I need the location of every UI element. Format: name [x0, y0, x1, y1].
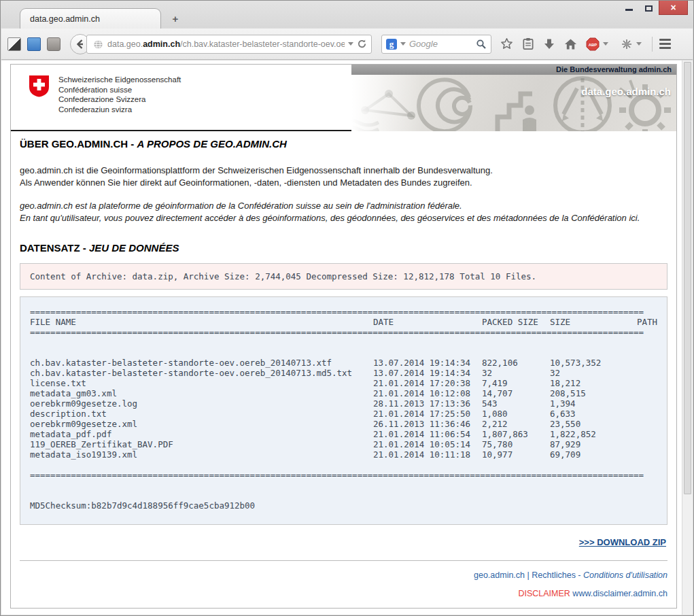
home-icon[interactable]	[564, 38, 577, 50]
navigation-toolbar: data.geo.admin.ch/ch.bav.kataster-belast…	[1, 29, 693, 60]
cell-name: oerebkrm09gesetze.xml	[30, 419, 373, 429]
table-row: metadata_pdf.pdf21.01.2014 11:06:541,807…	[30, 429, 657, 439]
cell-name: license.txt	[30, 378, 373, 388]
cell-packed: 1,080	[482, 409, 550, 419]
cell-path	[626, 419, 657, 429]
rechtliches-link[interactable]: Rechtliches	[532, 570, 576, 580]
browser-tab[interactable]: data.geo.admin.ch	[20, 8, 161, 29]
table-row: metadata_iso19139.xml21.01.2014 10:11:18…	[30, 449, 657, 460]
table-row: ch.bav.kataster-belasteter-standorte-oev…	[30, 358, 657, 368]
bookmarks-panel-icon[interactable]	[522, 37, 534, 50]
cell-path	[626, 449, 657, 460]
cell-path	[626, 378, 657, 388]
cell-path	[626, 358, 657, 368]
close-button[interactable]: ×	[659, 1, 688, 15]
cell-date: 21.01.2014 10:05:14	[373, 439, 482, 449]
table-row: description.txt21.01.2014 17:25:501,0806…	[30, 409, 657, 419]
disclaimer-line: DISCLAIMER www.disclaimer.admin.ch	[20, 589, 667, 598]
cell-name: metadata_gm03.xml	[30, 388, 373, 398]
minimize-button[interactable]	[619, 1, 639, 14]
menu-icon[interactable]	[659, 39, 671, 49]
scrollbar-thumb[interactable]	[684, 62, 691, 494]
addon-window-icon[interactable]	[27, 37, 41, 51]
table-row: metadata_gm03.xml21.01.2014 10:12:0814,7…	[30, 388, 657, 398]
col-packed-size: PACKED SIZE	[482, 317, 550, 327]
archive-listing-box: ========================================…	[20, 296, 667, 525]
search-icon[interactable]	[476, 39, 487, 50]
confederation-name: Schweizerische Eidgenossenschaft Confédé…	[58, 75, 181, 114]
md5-checksum: MD5Checksum:b82b7d9c4d188956ff9cae5cba91…	[30, 500, 657, 511]
cell-name: ch.bav.kataster-belasteter-standorte-oev…	[30, 358, 373, 368]
cell-size: 23,550	[550, 419, 626, 429]
reload-icon[interactable]	[357, 39, 367, 49]
cell-path	[626, 429, 657, 439]
archive-summary-box: Content of Archive: data.zip, Archive Si…	[20, 263, 667, 290]
titlebar: data.geo.admin.ch + ×	[1, 1, 693, 28]
adblock-button[interactable]: ABP	[586, 37, 612, 51]
cell-packed: 75,780	[482, 439, 550, 449]
disclaimer-link[interactable]: www.disclaimer.admin.ch	[572, 589, 667, 598]
separator-line: ========================================…	[30, 327, 657, 337]
conditions-link[interactable]: Conditions d'utilisation	[583, 570, 667, 580]
url-history-dropdown-icon[interactable]	[348, 42, 353, 46]
cell-size: 1,822,852	[550, 429, 626, 439]
separator-line: ========================================…	[30, 470, 657, 480]
cell-date: 21.01.2014 10:12:08	[373, 388, 482, 398]
header-banner-block: Die Bundesverwaltung admin.ch	[351, 65, 676, 131]
cell-size: 69,709	[550, 449, 626, 460]
globe-icon	[93, 39, 103, 50]
new-tab-button[interactable]: +	[167, 12, 184, 27]
addon-archive-icon[interactable]	[47, 37, 60, 51]
cell-path	[626, 439, 657, 449]
cell-packed: 14,707	[482, 388, 550, 398]
geo-admin-link[interactable]: geo.admin.ch	[474, 570, 525, 580]
google-favicon: g	[386, 39, 397, 50]
cell-path	[626, 409, 657, 419]
bookmark-star-icon[interactable]	[500, 37, 513, 50]
svg-text:ABP: ABP	[589, 43, 597, 47]
download-zip-link[interactable]: >>> DOWNLOAD ZIP	[579, 537, 666, 547]
toolbar-overflow-dropdown-icon[interactable]	[636, 42, 642, 46]
cell-name: metadata_pdf.pdf	[30, 429, 373, 439]
maximize-button[interactable]	[639, 1, 659, 14]
downloads-icon[interactable]	[543, 38, 555, 50]
url-bar[interactable]: data.geo.admin.ch/ch.bav.kataster-belast…	[86, 35, 372, 54]
disclaimer-label: DISCLAIMER	[518, 589, 570, 598]
admin-bar-link[interactable]: Die Bundesverwaltung admin.ch	[351, 65, 676, 75]
swiss-confederation-logo[interactable]: Schweizerische Eidgenossenschaft Confédé…	[29, 75, 181, 114]
cell-packed: 543	[482, 398, 550, 409]
adblock-dropdown-icon[interactable]	[603, 42, 608, 46]
page-content: ÜBER GEO.ADMIN.CH - A PROPOS DE GEO.ADMI…	[11, 138, 676, 598]
col-date: DATE	[373, 317, 482, 327]
swiss-shield-icon	[29, 75, 50, 97]
cell-name: description.txt	[30, 409, 373, 419]
cell-packed: 2,212	[482, 419, 550, 429]
search-bar[interactable]: g Google	[381, 35, 491, 54]
page-container: Schweizerische Eidgenossenschaft Confédé…	[10, 64, 677, 609]
adblock-icon: ABP	[586, 37, 600, 51]
dataset-heading: DATENSATZ - JEU DE DONNÉES	[20, 242, 667, 254]
addon-image-icon[interactable]	[7, 37, 21, 51]
cell-packed: 1,807,863	[482, 429, 550, 439]
search-input[interactable]: Google	[409, 39, 476, 49]
cell-size: 87,929	[550, 439, 626, 449]
cell-path	[626, 368, 657, 378]
about-paragraph-de: geo.admin.ch ist die Geoinformationsplat…	[20, 165, 667, 189]
vertical-scrollbar[interactable]	[682, 61, 693, 615]
url-text[interactable]: data.geo.admin.ch/ch.bav.kataster-belast…	[107, 39, 345, 49]
search-engine-dropdown-icon[interactable]	[400, 42, 406, 46]
browser-window: data.geo.admin.ch + × data.geo.admin.ch/	[0, 0, 694, 616]
about-paragraph-fr: geo.admin.ch est la plateforme de géoinf…	[20, 200, 667, 224]
site-header: Schweizerische Eidgenossenschaft Confédé…	[11, 65, 676, 131]
table-row: ch.bav.kataster-belasteter-standorte-oev…	[30, 368, 657, 378]
cell-date: 13.07.2014 19:14:34	[373, 368, 482, 378]
extension-burst-icon[interactable]	[621, 38, 633, 50]
table-row: 119_OEREB_Zertifikat_BAV.PDF21.01.2014 1…	[30, 439, 657, 449]
cell-name: oerebkrm09gesetze.log	[30, 398, 373, 409]
table-header-row: FILE NAME DATE PACKED SIZE SIZE PATH	[30, 317, 657, 327]
cell-size: 6,633	[550, 409, 626, 419]
page-viewport: Schweizerische Eidgenossenschaft Confédé…	[1, 61, 682, 615]
cell-date: 13.07.2014 19:14:34	[373, 358, 482, 368]
col-size: SIZE	[550, 317, 626, 327]
cell-date: 21.01.2014 17:20:38	[373, 378, 482, 388]
